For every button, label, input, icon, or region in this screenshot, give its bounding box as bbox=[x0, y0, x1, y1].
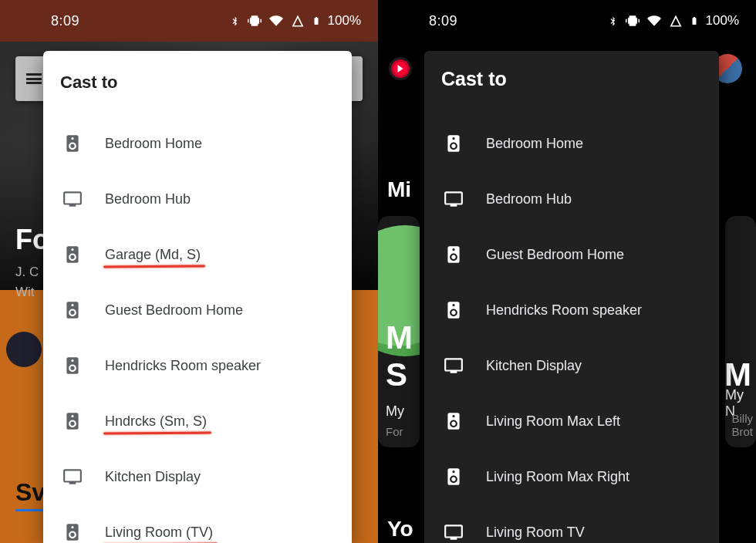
cast-device-label: Living Room Max Right bbox=[486, 469, 629, 485]
cast-title: Cast to bbox=[43, 51, 352, 116]
cast-device-label: Kitchen Display bbox=[486, 358, 582, 374]
tv-icon bbox=[443, 188, 464, 210]
vibrate-icon bbox=[626, 14, 640, 28]
right-section-prefix: Yo bbox=[387, 517, 413, 541]
wifi-icon bbox=[646, 14, 662, 28]
cast-device-label: Garage (Md, S) bbox=[105, 247, 201, 263]
cast-device-label: Guest Bedroom Home bbox=[105, 302, 243, 319]
right-screenshot: 8:09 100% Mi Yo M S My For M My N BillyB… bbox=[378, 0, 756, 543]
right-card-right-slice: M My N BillyBrot bbox=[725, 216, 756, 447]
cast-device-label: Living Room (TV) bbox=[105, 524, 213, 541]
tv-icon bbox=[443, 355, 464, 376]
speaker-icon bbox=[62, 410, 83, 432]
tv-icon bbox=[443, 521, 464, 543]
right-card-left-slice: M S My For bbox=[378, 216, 420, 447]
right-partial-heading: Mi bbox=[387, 177, 411, 202]
left-album-thumb bbox=[6, 332, 42, 367]
speaker-icon bbox=[443, 466, 464, 487]
battery-percent: 100% bbox=[706, 13, 739, 29]
speaker-icon bbox=[443, 133, 464, 154]
cast-device-row[interactable]: Hendricks Room speaker bbox=[43, 338, 352, 393]
cast-title: Cast to bbox=[424, 51, 719, 109]
ytmusic-logo-icon[interactable] bbox=[389, 57, 412, 80]
vibrate-icon bbox=[248, 14, 262, 28]
battery-icon bbox=[312, 13, 321, 29]
speaker-icon bbox=[443, 244, 464, 265]
tv-icon bbox=[62, 466, 83, 487]
cell-signal-icon bbox=[669, 14, 683, 28]
cast-sheet-light: Cast to Bedroom HomeBedroom HubGarage (M… bbox=[43, 51, 352, 543]
battery-icon bbox=[690, 13, 699, 29]
cast-device-row[interactable]: Living Room Max Left bbox=[424, 393, 719, 449]
speaker-icon bbox=[62, 133, 83, 154]
left-partial-meta: J. C Wit bbox=[15, 262, 39, 302]
speaker-icon bbox=[62, 521, 83, 543]
cast-device-label: Bedroom Hub bbox=[105, 191, 191, 207]
cast-device-row[interactable]: Bedroom Home bbox=[43, 116, 352, 171]
cast-device-row[interactable]: Bedroom Home bbox=[424, 116, 719, 171]
bluetooth-icon bbox=[230, 14, 241, 28]
wifi-icon bbox=[268, 14, 284, 28]
speaker-icon bbox=[62, 299, 83, 321]
status-icons: 100% bbox=[608, 13, 739, 29]
cast-device-label: Bedroom Hub bbox=[486, 191, 572, 207]
cast-device-row[interactable]: Hndrcks (Sm, S) bbox=[43, 393, 352, 449]
cast-device-row[interactable]: Kitchen Display bbox=[424, 338, 719, 393]
left-section-underline bbox=[15, 509, 43, 511]
status-bar-right: 8:09 100% bbox=[378, 0, 756, 42]
cell-signal-icon bbox=[291, 14, 305, 28]
tv-icon bbox=[62, 188, 83, 210]
status-icons: 100% bbox=[230, 13, 361, 29]
cast-device-label: Bedroom Home bbox=[486, 136, 583, 152]
cast-device-label: Hendricks Room speaker bbox=[486, 302, 642, 319]
cast-device-row[interactable]: Hendricks Room speaker bbox=[424, 282, 719, 338]
bluetooth-icon bbox=[608, 14, 619, 28]
cast-device-label: Hndrcks (Sm, S) bbox=[105, 413, 207, 430]
cast-device-row[interactable]: Living Room Max Right bbox=[424, 449, 719, 504]
cast-device-list-right: Bedroom HomeBedroom HubGuest Bedroom Hom… bbox=[424, 116, 719, 543]
cast-device-label: Bedroom Home bbox=[105, 136, 202, 152]
status-time: 8:09 bbox=[429, 13, 457, 29]
speaker-icon bbox=[62, 244, 83, 265]
cast-device-row[interactable]: Bedroom Hub bbox=[424, 171, 719, 227]
cast-device-row[interactable]: Guest Bedroom Home bbox=[43, 282, 352, 338]
battery-percent: 100% bbox=[328, 13, 361, 29]
left-section-prefix: Sv bbox=[15, 478, 46, 507]
status-time: 8:09 bbox=[51, 13, 79, 29]
cast-device-row[interactable]: Guest Bedroom Home bbox=[424, 227, 719, 282]
cast-device-label: Living Room Max Left bbox=[486, 413, 620, 430]
cast-device-row[interactable]: Living Room TV bbox=[424, 504, 719, 543]
speaker-icon bbox=[443, 299, 464, 321]
speaker-icon bbox=[62, 355, 83, 376]
cast-device-row[interactable]: Kitchen Display bbox=[43, 449, 352, 504]
cast-device-row[interactable]: Bedroom Hub bbox=[43, 171, 352, 227]
hamburger-icon[interactable] bbox=[26, 73, 42, 84]
left-screenshot: 8:09 100% Fo J. C Wit Sv Cast to Bedroom… bbox=[0, 0, 378, 543]
cast-device-label: Kitchen Display bbox=[105, 469, 201, 485]
cast-device-row[interactable]: Garage (Md, S) bbox=[43, 227, 352, 282]
cast-device-label: Guest Bedroom Home bbox=[486, 247, 624, 263]
cast-device-label: Hendricks Room speaker bbox=[105, 358, 261, 374]
speaker-icon bbox=[443, 410, 464, 432]
cast-device-row[interactable]: Living Room (TV) bbox=[43, 504, 352, 543]
cast-device-label: Living Room TV bbox=[486, 524, 585, 541]
cast-sheet-dark: Cast to Bedroom HomeBedroom HubGuest Bed… bbox=[424, 51, 719, 543]
status-bar-left: 8:09 100% bbox=[0, 0, 378, 42]
cast-device-list-left: Bedroom HomeBedroom HubGarage (Md, S)Gue… bbox=[43, 116, 352, 543]
